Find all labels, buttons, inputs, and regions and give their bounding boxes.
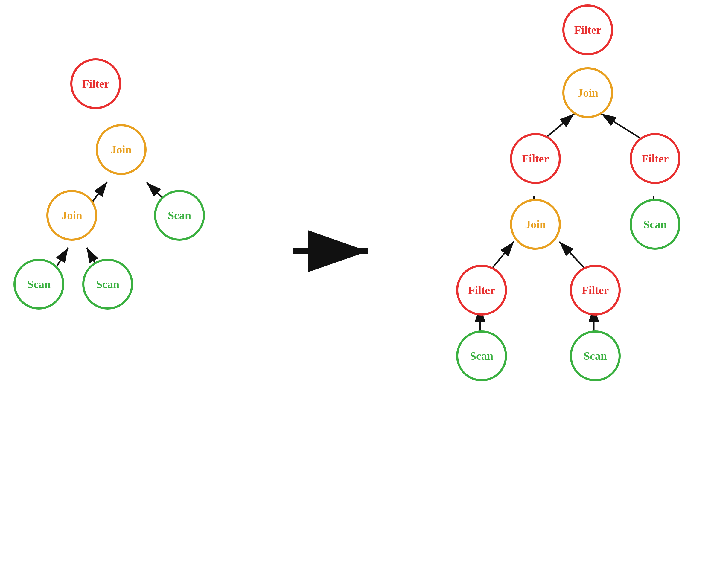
- right-filter-mr-node: Filter: [630, 133, 681, 184]
- left-scan-right-node: Scan: [154, 190, 205, 241]
- right-filter-br-node: Filter: [570, 265, 621, 315]
- right-join-mid-node: Join: [510, 199, 561, 250]
- diagram: Filter Join Join Scan Scan Scan Filter J…: [0, 0, 711, 588]
- left-scan-lr-node: Scan: [82, 259, 133, 309]
- right-scan-bll-node: Scan: [456, 330, 507, 381]
- right-filter-top-node: Filter: [562, 4, 613, 55]
- left-join-bottom-node: Join: [46, 190, 97, 241]
- right-filter-bl-node: Filter: [456, 265, 507, 315]
- right-filter-ml-node: Filter: [510, 133, 561, 184]
- right-scan-mr-node: Scan: [630, 199, 681, 250]
- left-scan-ll-node: Scan: [14, 259, 64, 309]
- right-join-top-node: Join: [562, 67, 613, 118]
- left-join-top-node: Join: [96, 124, 147, 175]
- right-scan-blr-node: Scan: [570, 330, 621, 381]
- left-filter-node: Filter: [70, 58, 121, 109]
